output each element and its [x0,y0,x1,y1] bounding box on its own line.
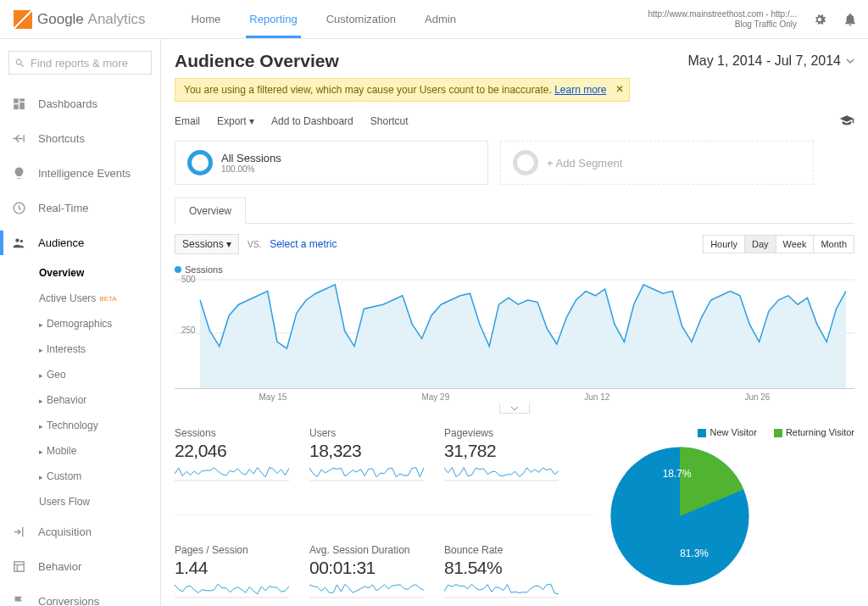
flag-icon [12,594,26,606]
select-metric-link[interactable]: Select a metric [270,238,337,250]
sparkline [175,581,289,600]
sparkline [309,464,424,483]
clock-icon [12,201,26,215]
time-hourly[interactable]: Hourly [703,235,745,253]
time-week[interactable]: Week [776,235,815,253]
nav-reporting[interactable]: Reporting [246,1,300,38]
metric-sessions[interactable]: Sessions22,046 [175,427,289,486]
sub-geo[interactable]: Geo [39,362,160,387]
svg-point-2 [20,240,23,242]
ga-logo-icon [14,10,32,29]
acquisition-icon [12,525,26,539]
svg-text:81.3%: 81.3% [680,548,709,559]
sparkline [175,464,289,483]
chart-legend: Sessions [175,264,854,275]
segment-all-sessions[interactable]: All Sessions100.00% [175,141,488,185]
search-icon [14,58,25,69]
ring-icon [513,150,538,175]
action-email[interactable]: Email [175,115,200,127]
sub-interests[interactable]: Interests [39,336,160,362]
daterange-picker[interactable]: May 1, 2014 - Jul 7, 2014 [687,53,854,69]
sub-overview[interactable]: Overview [39,260,160,286]
tab-bar: Overview [175,197,854,224]
sub-custom[interactable]: Custom [39,464,160,489]
topbar: Google Analytics Home Reporting Customiz… [0,0,868,39]
sub-demographics[interactable]: Demographics [39,311,160,336]
behavior-icon [12,559,26,574]
main: Audience Overview May 1, 2014 - Jul 7, 2… [161,39,868,606]
chart-xaxis: May 15 May 29 Jun 12 Jun 26 [175,388,854,402]
time-granularity: Hourly Day Week Month [704,235,854,253]
sessions-chart[interactable]: 500 250 [175,278,854,388]
segment-add[interactable]: + Add Segment [500,141,814,185]
tab-overview[interactable]: Overview [175,197,246,224]
sub-usersflow[interactable]: Users Flow [39,489,160,514]
metric-pageviews[interactable]: Pageviews31,782 [444,427,559,486]
logo[interactable]: Google Analytics [14,10,146,29]
metric-avg-session-duration[interactable]: Avg. Session Duration00:01:31 [309,544,424,603]
chart-expand-button[interactable] [499,403,530,414]
sparkline [309,581,424,600]
sidebar-conversions[interactable]: Conversions [0,584,160,606]
audience-submenu: Overview Active UsersBETA Demographics I… [0,260,160,514]
sparkline [444,464,559,483]
sidebar: Find reports & more Dashboards Shortcuts… [0,39,161,606]
warning-banner: You are using a filtered view, which may… [175,78,630,102]
search-input[interactable]: Find reports & more [8,51,152,75]
bell-icon[interactable] [843,12,858,27]
action-add-dashboard[interactable]: Add to Dashboard [271,115,353,127]
sidebar-shortcuts[interactable]: Shortcuts [0,121,160,156]
action-export[interactable]: Export ▾ [217,115,254,127]
nav-customization[interactable]: Customization [323,1,399,38]
chevron-down-icon [510,406,519,411]
sidebar-dashboards[interactable]: Dashboards [0,86,160,121]
action-shortcut[interactable]: Shortcut [370,115,409,127]
logo-text: Google Analytics [37,11,146,28]
sidebar-intel[interactable]: Intelligence Events [0,156,160,191]
sub-activeusers[interactable]: Active UsersBETA [39,286,160,311]
pie-legend: New Visitor Returning Visitor [608,427,854,437]
close-icon[interactable]: ✕ [615,83,624,95]
top-right: http://www.mainstreethost.com - http:/..… [648,9,858,30]
shortcuts-icon [12,131,26,146]
page-title: Audience Overview [175,51,339,71]
learn-more-link[interactable]: Learn more [554,84,606,96]
metric-dropdown[interactable]: Sessions ▾ [175,234,239,254]
sidebar-audience[interactable]: Audience [0,225,160,260]
pie-chart[interactable]: 18.7% 81.3% [608,444,752,588]
metrics-grid: Sessions22,046Users18,323Pageviews31,782… [175,427,594,606]
svg-rect-3 [14,562,24,571]
sub-behavior[interactable]: Behavior [39,387,160,413]
metric-pages-session[interactable]: Pages / Session1.44 [175,544,289,603]
time-month[interactable]: Month [813,235,854,253]
svg-point-1 [15,239,19,242]
account-dropdown[interactable]: http://www.mainstreethost.com - http:/..… [648,9,797,30]
svg-text:18.7%: 18.7% [663,468,692,480]
ring-icon [187,150,213,175]
sub-mobile[interactable]: Mobile [39,438,160,464]
sidebar-realtime[interactable]: Real-Time [0,191,160,225]
top-nav: Home Reporting Customization Admin [188,1,459,38]
audience-icon [12,236,26,250]
gear-icon[interactable] [812,12,827,27]
report-actions: Email Export ▾ Add to Dashboard Shortcut [175,114,854,129]
sidebar-acquisition[interactable]: Acquisition [0,514,160,549]
metric-bounce-rate[interactable]: Bounce Rate81.54% [444,544,559,603]
nav-admin[interactable]: Admin [421,1,459,38]
bulb-icon [12,166,26,181]
metric-controls: Sessions ▾ VS. Select a metric Hourly Da… [175,234,854,254]
sidebar-behavior[interactable]: Behavior [0,549,160,584]
nav-home[interactable]: Home [188,1,225,38]
time-day[interactable]: Day [744,235,776,253]
sparkline [444,581,559,600]
graduate-icon[interactable] [839,114,854,129]
chevron-down-icon [846,57,854,65]
metric-users[interactable]: Users18,323 [309,427,424,486]
sub-technology[interactable]: Technology [39,413,160,438]
dashboard-icon [12,97,26,111]
